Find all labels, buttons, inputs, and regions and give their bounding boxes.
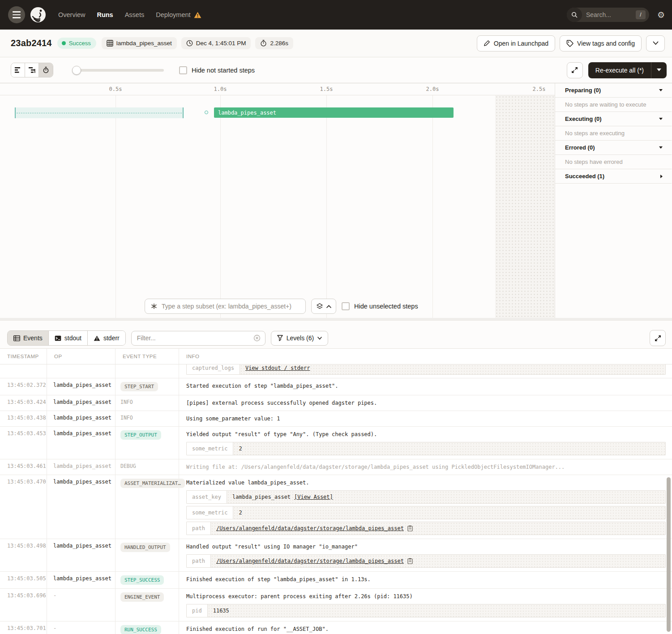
chevron-down-icon [653, 41, 659, 45]
run-more-actions-button[interactable] [646, 35, 665, 51]
log-row[interactable]: 13:45:03.701-RUN_SUCCESSFinished executi… [0, 621, 672, 634]
metadata-list: some_metric2 [186, 442, 666, 455]
sidebar-section-succeeded[interactable]: Succeeded (1) [555, 169, 672, 184]
caret-down-icon [659, 118, 663, 120]
slider-handle[interactable] [72, 66, 81, 75]
run-tag[interactable]: 2.286s [255, 37, 293, 49]
log-row[interactable]: captured_logsView stdout / stderr [0, 364, 672, 378]
metadata-value: /Users/alangenfeld/data/dagster/storage/… [211, 522, 665, 535]
waterfall-view-button[interactable] [25, 63, 39, 77]
metadata-list: asset_keylambda_pipes_asset[View Asset]s… [186, 490, 666, 535]
sidebar-section-errored[interactable]: Errored (0) [555, 141, 672, 155]
hide-unselected-checkbox[interactable] [342, 302, 350, 310]
hamburger-menu-button[interactable] [8, 6, 25, 23]
event-type-badge: HANDLED_OUTPUT [120, 543, 170, 552]
log-event-type: RUN_SUCCESS [116, 621, 179, 634]
log-event-type: STEP_START [116, 378, 179, 395]
event-type-badge: RUN_SUCCESS [120, 625, 161, 634]
log-message: Handled output "result" using IO manager… [186, 543, 666, 551]
gantt-waiting-placeholder [15, 107, 184, 118]
nav-item-runs[interactable]: Runs [97, 11, 113, 18]
copy-clipboard-icon[interactable] [407, 525, 413, 531]
sidebar-section-executing[interactable]: Executing (0) [555, 112, 672, 126]
clear-filter-icon[interactable] [253, 334, 261, 342]
nav-item-overview[interactable]: Overview [58, 11, 85, 18]
log-op: - [47, 621, 116, 634]
copy-clipboard-icon[interactable] [407, 525, 413, 531]
view-tags-config-button[interactable]: View tags and config [560, 35, 642, 51]
gantt-zoom-slider[interactable] [72, 66, 164, 75]
hide-not-started-checkbox[interactable] [179, 66, 187, 74]
log-event-type: INFO [116, 395, 179, 411]
log-timestamp: 13:45:03.453 [0, 427, 47, 459]
log-row[interactable]: 13:45:03.453lambda_pipes_assetSTEP_OUTPU… [0, 427, 672, 459]
copy-clipboard-icon[interactable] [407, 558, 413, 564]
sidebar-section-preparing[interactable]: Preparing (0) [555, 83, 672, 98]
gantt-fullscreen-button[interactable] [567, 62, 583, 78]
nav-item-assets[interactable]: Assets [125, 11, 145, 18]
log-row[interactable]: 13:45:03.505lambda_pipes_assetSTEP_SUCCE… [0, 572, 672, 589]
log-op: lambda_pipes_asset [47, 395, 116, 411]
run-tag[interactable]: Dec 4, 1:45:01 PM [181, 37, 251, 49]
dagster-logo-icon[interactable] [29, 5, 47, 24]
settings-gear-icon[interactable]: ⚙ [657, 11, 665, 19]
run-tag[interactable]: lambda_pipes_asset [102, 37, 177, 49]
metadata-entry: some_metric2 [186, 506, 666, 519]
nav-item-deployment[interactable]: Deployment [156, 11, 201, 18]
status-badge[interactable]: Success [57, 38, 96, 49]
caret-down-icon [659, 146, 663, 149]
dagster-run-page: OverviewRunsAssetsDeployment Search... /… [0, 0, 672, 634]
copy-clipboard-icon[interactable] [407, 558, 413, 564]
log-row[interactable]: 13:45:03.461lambda_pipes_assetDEBUGWriti… [0, 459, 672, 475]
log-tab-stdout[interactable]: stdout [49, 331, 88, 345]
log-message: Finished execution of step "lambda_pipes… [186, 575, 666, 583]
log-row[interactable]: 13:45:03.438lambda_pipes_assetINFOUsing … [0, 411, 672, 427]
flat-view-button[interactable] [11, 63, 25, 77]
sidebar-section-body: No steps are executing [555, 126, 672, 141]
log-message: Multiprocess executor: parent process ex… [186, 592, 666, 600]
log-row[interactable]: 13:45:03.696-ENGINE_EVENTMultiprocess ex… [0, 589, 672, 621]
log-row[interactable]: 13:45:02.372lambda_pipes_assetSTEP_START… [0, 378, 672, 395]
metadata-value: 2 [233, 442, 665, 455]
log-timestamp: 13:45:03.498 [0, 539, 47, 571]
log-op: lambda_pipes_asset [47, 411, 116, 426]
levels-filter-button[interactable]: Levels (6) [271, 331, 328, 346]
log-fullscreen-button[interactable] [650, 330, 666, 346]
log-op: lambda_pipes_asset [47, 572, 116, 588]
log-tab-events[interactable]: Events [8, 331, 49, 345]
metadata-value-text: 2 [239, 445, 242, 453]
metadata-value-link[interactable]: /Users/alangenfeld/data/dagster/storage/… [216, 524, 404, 532]
log-row[interactable]: 13:45:03.424lambda_pipes_assetINFO[pipes… [0, 395, 672, 411]
search-placeholder: Search... [586, 11, 636, 18]
log-tab-stderr[interactable]: stderr [88, 331, 125, 345]
log-row[interactable]: 13:45:03.470lambda_pipes_assetASSET_MATE… [0, 475, 672, 539]
metadata-value-link[interactable]: View stdout / stderr [245, 364, 310, 372]
gantt-step-bar[interactable]: lambda_pipes_asset [214, 107, 454, 118]
stderr-warning-icon [94, 335, 100, 341]
log-row[interactable]: 13:45:03.498lambda_pipes_assetHANDLED_OU… [0, 539, 672, 572]
search-input[interactable]: Search... / [567, 8, 649, 22]
graph-options-button[interactable] [311, 299, 336, 314]
log-info: Materialized value lambda_pipes_asset.as… [179, 475, 672, 539]
timed-view-button[interactable] [39, 63, 53, 77]
open-in-launchpad-button[interactable]: Open in Launchpad [477, 35, 555, 51]
log-info: captured_logsView stdout / stderr [179, 364, 672, 378]
caret-right-icon [660, 175, 663, 178]
metadata-entry: path/Users/alangenfeld/data/dagster/stor… [186, 554, 666, 568]
log-scrollbar[interactable] [667, 477, 671, 632]
log-column-header: TIMESTAMP [0, 349, 47, 364]
log-event-type: ASSET_MATERIALIZAT… [116, 475, 179, 539]
reexecute-options-button[interactable] [651, 62, 667, 78]
reexecute-all-button[interactable]: Re-execute all (*) [588, 62, 651, 78]
axis-tick-label: 0.5s [109, 86, 122, 92]
log-filter-input[interactable]: Filter... [131, 331, 265, 346]
sidebar-section-body: No steps are waiting to execute [555, 98, 672, 112]
step-subset-placeholder: Type a step subset (ex: lambda_pipes_ass… [162, 303, 291, 310]
step-subset-input[interactable]: Type a step subset (ex: lambda_pipes_ass… [145, 299, 306, 314]
sidebar-section-title: Executing (0) [565, 116, 602, 122]
metadata-entry: captured_logsView stdout / stderr [186, 364, 666, 375]
log-timestamp: 13:45:03.470 [0, 475, 47, 539]
panel-splitter[interactable] [0, 318, 672, 328]
view-asset-link[interactable]: [View Asset] [294, 493, 333, 501]
metadata-value-link[interactable]: /Users/alangenfeld/data/dagster/storage/… [216, 557, 404, 565]
